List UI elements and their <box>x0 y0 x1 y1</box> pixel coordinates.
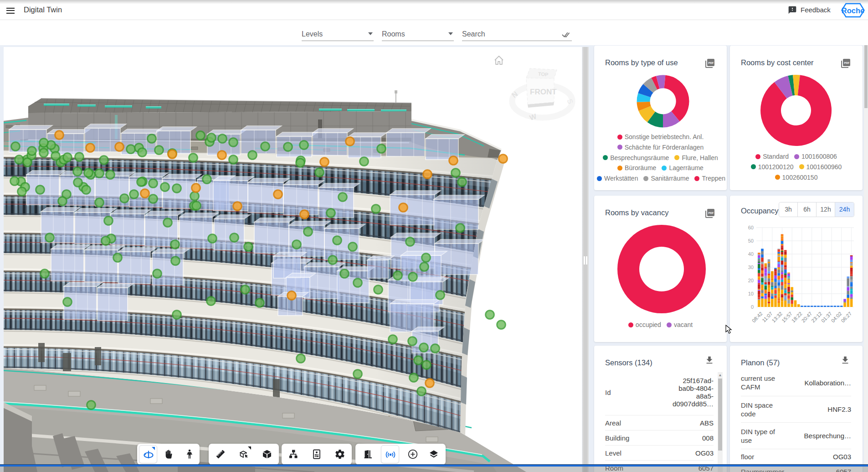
svg-text:50: 50 <box>748 238 754 244</box>
svg-text:0: 0 <box>751 304 754 310</box>
svg-text:30: 30 <box>748 265 754 270</box>
svg-text:60: 60 <box>748 225 754 230</box>
svg-text:01:37: 01:37 <box>820 311 833 323</box>
svg-text:PDF: PDF <box>708 62 714 64</box>
svg-text:08:42: 08:42 <box>751 311 764 323</box>
svg-text:18:22: 18:22 <box>791 311 803 323</box>
svg-text:15:57: 15:57 <box>781 311 793 323</box>
svg-text:10: 10 <box>748 291 754 296</box>
svg-text:13:32: 13:32 <box>770 311 783 323</box>
svg-text:PDF: PDF <box>844 62 849 64</box>
svg-text:06:27: 06:27 <box>840 311 853 323</box>
svg-text:04:02: 04:02 <box>830 311 843 323</box>
svg-text:FRONT: FRONT <box>530 88 557 96</box>
svg-text:20:47: 20:47 <box>801 311 813 323</box>
svg-text:23:12: 23:12 <box>810 311 823 323</box>
svg-text:PDF: PDF <box>708 212 714 214</box>
svg-text:11:07: 11:07 <box>761 311 773 323</box>
svg-text:20: 20 <box>748 278 754 283</box>
svg-text:40: 40 <box>748 251 754 257</box>
svg-text:Roche: Roche <box>842 6 864 15</box>
svg-text:TOP: TOP <box>538 71 549 78</box>
